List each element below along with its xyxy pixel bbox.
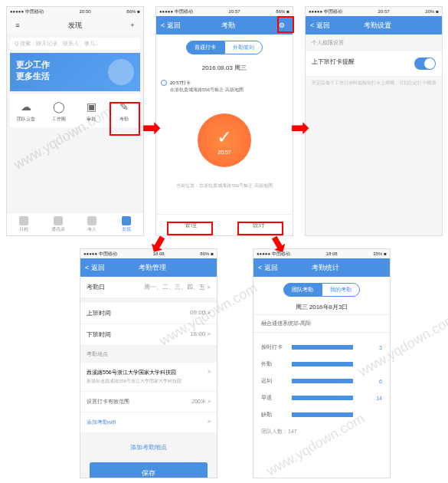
stat-val: 6 bbox=[379, 379, 382, 384]
screen-discover: ●●●●● 中国移动 20:50 86%■ ≡ 发现 + Q 搜索：聊天记录、联… bbox=[6, 6, 144, 236]
button-time: 20:57 bbox=[217, 150, 231, 155]
stat-label: 按时打卡 bbox=[261, 343, 292, 351]
seg-mine[interactable]: 我的考勤 bbox=[322, 283, 360, 297]
punch-time: 20:57打卡 bbox=[170, 80, 244, 87]
body: Q 搜索：聊天记录、联系人、事儿... 更少工作 更多生活 ☁团队云盘 ◯工作圈… bbox=[7, 34, 143, 212]
row-end[interactable]: 下班时间18:00 > bbox=[80, 324, 217, 346]
tab-icon bbox=[54, 216, 63, 225]
time: 20:57 bbox=[229, 9, 240, 14]
stat-label: 缺勤 bbox=[261, 411, 292, 419]
seg-normal[interactable]: 普通打卡 bbox=[186, 41, 224, 54]
address-row[interactable]: 西溪路556号浙江大学国家大学科技园> 新塘街道西溪路556号浙江大学国家大学科… bbox=[80, 363, 217, 391]
stat-ontime[interactable]: 按时打卡3 bbox=[253, 339, 390, 356]
stat-absent[interactable]: 缺勤 bbox=[253, 406, 390, 423]
screen-settings: ●●●●● 中国移动 20:57 20%■ < 返回 考勤设置 个人权限设置 上… bbox=[305, 6, 443, 236]
row-start[interactable]: 上班时间09:00 > bbox=[80, 303, 217, 324]
page-title: 考勤统计 bbox=[278, 263, 373, 273]
status-bar: ●●●●● 中国移动 20:50 86%■ bbox=[7, 7, 143, 16]
tab-schedule[interactable]: 日程 bbox=[7, 213, 41, 235]
status-right: 20%■ bbox=[425, 9, 439, 14]
icon-label: 审批 bbox=[87, 117, 96, 121]
feature-approve[interactable]: ▣审批 bbox=[75, 99, 108, 123]
address-sub: 新塘街道西溪路556号浙江大学国家大学科技园 bbox=[87, 378, 211, 385]
battery: 35% bbox=[373, 251, 382, 256]
section-title: 个人权限设置 bbox=[306, 34, 442, 51]
body: 普通打卡 外勤签到 2016.08.03 周三 20:57打卡 在浙杭贵城海路5… bbox=[156, 34, 293, 235]
reminder-row[interactable]: 上下班打卡提醒 bbox=[306, 51, 442, 77]
banner[interactable]: 更少工作 更多生活 bbox=[10, 53, 140, 91]
stat-label: 迟到 bbox=[261, 377, 292, 385]
menu-icon[interactable]: ≡ bbox=[11, 21, 24, 29]
carrier: ●●●●● 中国移动 bbox=[83, 251, 117, 258]
circle-icon: ◯ bbox=[51, 99, 67, 114]
icon-label: 工作圈 bbox=[52, 117, 66, 121]
stat-early[interactable]: 早退14 bbox=[253, 389, 390, 406]
screen-stats: ●●●●● 中国移动 18:08 35%■ < 返回 考勤统计 团队考勤 我的考… bbox=[253, 248, 391, 478]
row-val: 周一、二、三、四、五 > bbox=[144, 283, 211, 291]
body: 团队考勤 我的考勤 周三 2016年8月3日 融合通信系统部-高阳 按时打卡3 … bbox=[253, 277, 390, 478]
nav-bar: ≡ 发现 + bbox=[7, 16, 143, 34]
battery-icon: ■ bbox=[436, 9, 439, 14]
carrier: ●●●●● 中国移动 bbox=[309, 8, 342, 15]
stat-val: 14 bbox=[376, 396, 382, 401]
punch-button[interactable]: ✓ 20:57 bbox=[198, 113, 251, 167]
body: 个人权限设置 上下班打卡提醒 开启后每个工作日准时提醒你打卡上班哦，可别忘记打卡… bbox=[306, 34, 442, 235]
search-input[interactable]: Q 搜索：聊天记录、联系人、事儿... bbox=[10, 38, 140, 50]
date-nav[interactable]: 周三 2016年8月3日 bbox=[253, 303, 390, 311]
nav-bar: < 返回 考勤管理 bbox=[80, 258, 217, 277]
page-title: 发现 bbox=[24, 21, 126, 31]
highlight-settings bbox=[277, 16, 294, 33]
stat-late[interactable]: 迟到6 bbox=[253, 373, 390, 389]
time: 18:08 bbox=[326, 251, 338, 256]
department: 融合通信系统部-高阳 bbox=[253, 314, 390, 333]
stat-bar bbox=[292, 345, 353, 350]
row-val: 18:00 > bbox=[190, 330, 211, 339]
save-button[interactable]: 保存 bbox=[90, 462, 208, 478]
back-button[interactable]: < 返回 bbox=[310, 21, 330, 31]
screen-punch: ●●●●● 中国移动 20:57 86%■ < 返回 考勤 ⚙ 普通打卡 外勤签… bbox=[155, 6, 293, 236]
row-key: 上班时间 bbox=[87, 309, 111, 317]
carrier: ●●●●● 中国移动 bbox=[10, 8, 44, 15]
time: 20:57 bbox=[378, 9, 390, 14]
tab-discover[interactable]: 发现 bbox=[110, 213, 144, 235]
row-label: 上下班打卡提醒 bbox=[312, 58, 355, 70]
add-icon[interactable]: + bbox=[126, 21, 139, 29]
page-title: 考勤 bbox=[181, 21, 276, 31]
back-button[interactable]: < 返回 bbox=[85, 263, 105, 273]
add-location[interactable]: 添加考勤地点 bbox=[80, 437, 217, 458]
battery: 86% bbox=[276, 9, 285, 14]
stat-label: 外勤 bbox=[261, 360, 292, 368]
tab-people[interactable]: 考人 bbox=[75, 213, 110, 235]
back-button[interactable]: < 返回 bbox=[161, 21, 181, 31]
punch-record: 20:57打卡 在浙杭贵城海路556号栋正 高德地图 bbox=[156, 75, 293, 98]
tab-icon bbox=[19, 216, 28, 225]
feature-circle[interactable]: ◯工作圈 bbox=[43, 99, 76, 123]
battery: 86% bbox=[200, 251, 209, 256]
stat-outside[interactable]: 外勤 bbox=[253, 356, 390, 373]
tab-label: 通讯录 bbox=[51, 226, 65, 233]
toggle-switch[interactable] bbox=[414, 58, 436, 70]
gap bbox=[253, 333, 390, 339]
time: 20:50 bbox=[80, 9, 91, 14]
cloud-icon: ☁ bbox=[18, 99, 34, 114]
row-days[interactable]: 考勤日周一、二、三、四、五 > bbox=[80, 277, 217, 298]
battery-icon: ■ bbox=[211, 251, 214, 256]
range-label: 设置打卡有效范围 bbox=[87, 398, 129, 406]
row-key: 考勤日 bbox=[87, 283, 105, 291]
add-wifi[interactable]: 添加考勤wifi> bbox=[80, 412, 217, 432]
back-button[interactable]: < 返回 bbox=[258, 263, 278, 273]
body: 考勤日周一、二、三、四、五 > 上班时间09:00 > 下班时间18:00 > … bbox=[80, 277, 217, 478]
team-count: 团队人数：147 bbox=[253, 423, 390, 440]
tab-icon bbox=[122, 216, 131, 225]
range-row[interactable]: 设置打卡有效范围200米 > bbox=[80, 391, 217, 412]
tab-bar: 日程 通讯录 考人 发现 bbox=[7, 212, 143, 235]
feature-cloud[interactable]: ☁团队云盘 bbox=[10, 99, 43, 123]
tab-icon bbox=[87, 216, 96, 225]
seg-team[interactable]: 团队考勤 bbox=[283, 283, 322, 297]
chevron-icon: > bbox=[208, 369, 211, 376]
arrow-icon: ➡ bbox=[142, 115, 160, 140]
seg-outside[interactable]: 外勤签到 bbox=[224, 41, 263, 54]
current-location: 当前位置：古浙杭贵城海路556号栋正 高德地图 bbox=[156, 182, 293, 189]
tab-contacts[interactable]: 通讯录 bbox=[41, 213, 76, 235]
wifi-label: 添加考勤wifi bbox=[87, 419, 116, 426]
